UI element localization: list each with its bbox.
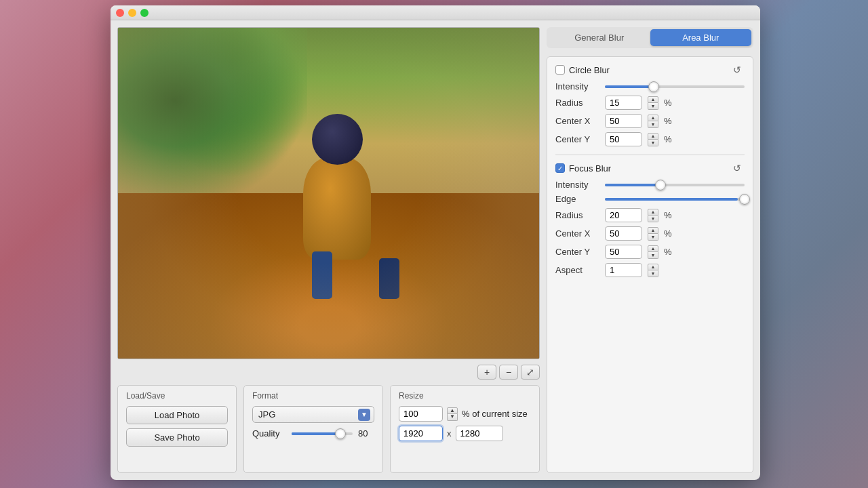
bottom-panels: Load/Save Load Photo Save Photo Format J…	[117, 385, 540, 473]
circle-intensity-slider[interactable]	[605, 85, 745, 88]
quality-value: 80	[358, 428, 374, 439]
circle-centerx-input[interactable]	[605, 114, 642, 128]
circle-centery-input[interactable]	[605, 132, 642, 146]
circle-blur-header-left: Circle Blur	[555, 65, 610, 75]
circle-cy-unit: %	[664, 134, 672, 144]
width-input[interactable]	[399, 426, 443, 441]
child-boot-right	[379, 258, 399, 299]
focus-aspect-stepper: ▲ ▼	[648, 264, 658, 277]
load-save-title: Load/Save	[126, 391, 228, 401]
zoom-out-button[interactable]: −	[499, 365, 518, 380]
focus-radius-row: Radius ▲ ▼ %	[555, 208, 745, 222]
focus-blur-reset-button[interactable]: ↺	[730, 161, 745, 176]
focus-blur-header: ✓ Focus Blur ↺	[555, 161, 745, 176]
plus-icon: +	[484, 367, 490, 378]
focus-blur-header-left: ✓ Focus Blur	[555, 163, 611, 174]
focus-aspect-up[interactable]: ▲	[648, 264, 658, 270]
format-panel: Format JPG PNG TIFF BMP ▼ Quality	[243, 385, 383, 473]
circle-intensity-label: Intensity	[555, 81, 599, 92]
circle-radius-up[interactable]: ▲	[648, 96, 658, 103]
resize-percent-input[interactable]	[399, 406, 443, 422]
content-area: + − ⤢ Load/Save Load Photo Save Photo	[111, 20, 760, 480]
general-blur-tab[interactable]: General Blur	[549, 29, 650, 46]
circle-intensity-thumb[interactable]	[648, 81, 659, 92]
resize-panel: Resize ▲ ▼ % of current size x	[390, 385, 540, 473]
circle-cx-down[interactable]: ▼	[648, 121, 658, 128]
circle-radius-input[interactable]	[605, 96, 642, 110]
format-select[interactable]: JPG PNG TIFF BMP	[252, 406, 374, 423]
focus-cy-down[interactable]: ▼	[648, 252, 658, 259]
circle-intensity-row: Intensity	[555, 81, 745, 92]
minimize-button[interactable]	[128, 9, 136, 17]
focus-cx-down[interactable]: ▼	[648, 234, 658, 241]
circle-radius-stepper: ▲ ▼	[648, 96, 658, 110]
resize-percent-row: ▲ ▼ % of current size	[399, 406, 531, 422]
focus-radius-up[interactable]: ▲	[648, 209, 658, 216]
blur-type-tabs: General Blur Area Blur	[547, 27, 753, 48]
save-photo-button[interactable]: Save Photo	[126, 428, 228, 447]
focus-aspect-input[interactable]	[605, 263, 642, 277]
focus-cy-up[interactable]: ▲	[648, 245, 658, 252]
focus-cy-stepper: ▲ ▼	[648, 245, 658, 259]
resize-dimensions-row: x	[399, 426, 531, 441]
focus-edge-thumb[interactable]	[739, 194, 750, 205]
focus-radius-stepper: ▲ ▼	[648, 209, 658, 222]
focus-aspect-label: Aspect	[555, 265, 599, 275]
focus-intensity-slider[interactable]	[605, 184, 745, 186]
quality-thumb[interactable]	[335, 428, 346, 439]
focus-radius-down[interactable]: ▼	[648, 216, 658, 222]
focus-edge-fill	[605, 198, 738, 201]
focus-aspect-row: Aspect ▲ ▼	[555, 263, 745, 277]
focus-blur-label: Focus Blur	[569, 163, 611, 174]
focus-cx-up[interactable]: ▲	[648, 227, 658, 234]
focus-radius-input[interactable]	[605, 208, 642, 222]
close-button[interactable]	[116, 9, 124, 17]
quality-label: Quality	[252, 428, 286, 439]
focus-centerx-label: Center X	[555, 228, 599, 239]
quality-slider[interactable]	[292, 432, 353, 435]
minus-icon: −	[506, 367, 511, 378]
circle-blur-reset-button[interactable]: ↺	[730, 62, 745, 77]
focus-cx-unit: %	[664, 228, 672, 239]
maximize-button[interactable]	[140, 9, 149, 17]
focus-blur-checkbox[interactable]: ✓	[555, 163, 565, 173]
circle-radius-unit: %	[664, 98, 672, 108]
height-input[interactable]	[456, 426, 503, 441]
circle-cy-up[interactable]: ▲	[648, 133, 658, 140]
focus-edge-slider[interactable]	[605, 198, 745, 201]
fullscreen-button[interactable]: ⤢	[521, 365, 540, 380]
child-coat	[303, 158, 371, 260]
title-bar	[111, 5, 760, 20]
circle-blur-checkbox[interactable]	[555, 65, 565, 75]
area-blur-tab[interactable]: Area Blur	[650, 29, 752, 46]
circle-centerx-row: Center X ▲ ▼ %	[555, 114, 745, 128]
circle-radius-down[interactable]: ▼	[648, 103, 658, 110]
load-save-panel: Load/Save Load Photo Save Photo	[117, 385, 237, 473]
percent-down-button[interactable]: ▼	[447, 414, 458, 421]
focus-intensity-thumb[interactable]	[655, 180, 666, 190]
child-hat	[312, 114, 363, 165]
quality-row: Quality 80	[252, 428, 374, 439]
zoom-in-button[interactable]: +	[477, 365, 496, 380]
pct-of-size-label: % of current size	[462, 409, 528, 419]
focus-centery-input[interactable]	[605, 245, 642, 259]
focus-centery-row: Center Y ▲ ▼ %	[555, 245, 745, 259]
circle-cx-unit: %	[664, 116, 672, 126]
resize-percent-stepper: ▲ ▼	[447, 407, 458, 421]
percent-up-button[interactable]: ▲	[447, 407, 458, 414]
focus-cy-unit: %	[664, 247, 672, 257]
focus-aspect-down[interactable]: ▼	[648, 270, 658, 277]
image-toolbar: + − ⤢	[117, 363, 540, 381]
focus-reset-icon: ↺	[733, 163, 741, 174]
circle-cy-down[interactable]: ▼	[648, 140, 658, 146]
child-boot-left	[312, 251, 332, 299]
load-photo-button[interactable]: Load Photo	[126, 406, 228, 424]
section-divider	[555, 155, 745, 155]
reset-icon: ↺	[733, 64, 741, 75]
focus-edge-row: Edge	[555, 194, 745, 204]
circle-cx-up[interactable]: ▲	[648, 115, 658, 121]
circle-blur-header: Circle Blur ↺	[555, 62, 745, 77]
image-container	[117, 27, 540, 359]
controls-area: Circle Blur ↺ Intensity	[547, 56, 753, 473]
focus-centerx-input[interactable]	[605, 226, 642, 241]
